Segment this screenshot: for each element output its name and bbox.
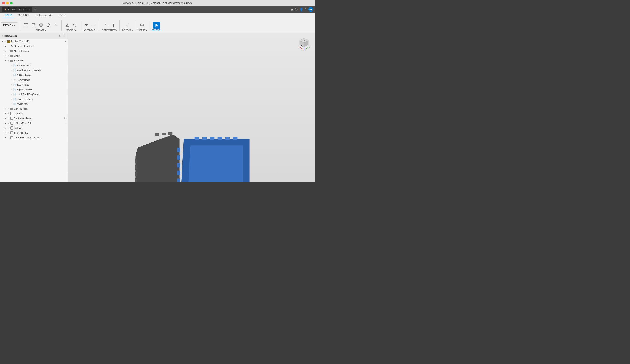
tree-item-origin[interactable]: ▶ ○ Origin	[0, 54, 68, 58]
construction-label: Construction	[14, 108, 67, 110]
create-label[interactable]: CREATE▾	[36, 29, 46, 32]
create-fx-button[interactable]: fx	[52, 22, 59, 29]
modify-fillet-button[interactable]	[71, 22, 78, 29]
tree-item-doc-settings[interactable]: ▶ ⚙ Document Settings	[0, 44, 68, 48]
svg-rect-53	[210, 137, 214, 140]
select-button[interactable]	[153, 22, 160, 29]
browser-settings-button[interactable]: ⚙	[58, 34, 62, 38]
modify-arrow-icon: ▾	[75, 29, 76, 32]
tree-item-sketches[interactable]: ▾ ◎ Sketches	[0, 58, 68, 63]
create-extrude-button[interactable]	[38, 22, 44, 29]
tab-close-button[interactable]: ×	[29, 8, 30, 11]
inspect-section: INSPECT▾	[120, 19, 134, 32]
assemble-label[interactable]: ASSEMBLE▾	[84, 29, 97, 32]
svg-rect-38	[135, 172, 137, 176]
add-tab-icon[interactable]: ⊕	[291, 8, 293, 11]
construction-arrow-icon: ▶	[4, 107, 7, 110]
tree-item-construction[interactable]: ▶ ○ Construction	[0, 106, 68, 111]
construct-axis-button[interactable]	[110, 22, 117, 29]
tab-sheet-metal[interactable]: SHEET METAL	[33, 13, 55, 18]
assemble-motion-button[interactable]	[90, 22, 97, 29]
svg-point-25	[64, 117, 66, 119]
browser-more-button[interactable]: ⋮	[62, 34, 66, 38]
assemble-arrow-icon: ▾	[96, 29, 97, 32]
left-leg-mirror-label: leftLeg(Mirror):1	[14, 122, 64, 124]
sync-icon[interactable]: ↻	[295, 8, 298, 11]
design-dropdown-button[interactable]: DESIGN ▾	[1, 22, 18, 28]
inspect-measure-button[interactable]	[124, 22, 131, 29]
toolbar-divider-2	[62, 20, 62, 31]
svg-rect-42	[168, 132, 172, 134]
tree-item-left-leg[interactable]: ▶ ◎ leftLeg:1	[0, 111, 68, 116]
inspect-label[interactable]: INSPECT▾	[122, 29, 133, 32]
user-avatar[interactable]: AE	[308, 7, 313, 12]
account-icon[interactable]: 👤	[300, 8, 303, 11]
create-sketch-button[interactable]	[30, 22, 37, 29]
tree-item-comfy-dog-sketch[interactable]: ○ 📄 comfyBackDogBones	[0, 92, 68, 97]
browser-collapse-icon[interactable]: ◀	[2, 34, 4, 37]
modify-press-pull-button[interactable]	[64, 22, 71, 29]
toolbar-tab-nav: SOLID SURFACE SHEET METAL TOOLS	[0, 13, 315, 18]
minimize-window-button[interactable]	[6, 2, 9, 4]
svg-point-6	[40, 24, 42, 25]
comfy-back-sketch-label: Comfy Back	[16, 78, 67, 81]
2a3da-tabs-sketch-label: 2a3da tabs	[16, 102, 67, 105]
tree-item-legs-dog-sketch[interactable]: ○ 📄 legsDogBones	[0, 87, 68, 92]
tree-item-root[interactable]: ▾ ◎ Rocket Chair v11 ✦	[0, 39, 68, 44]
sketches-arrow-icon: ▾	[4, 59, 7, 62]
create-section: fx CREATE▾	[21, 19, 60, 32]
tree-item-left-leg-mirror[interactable]: ▶ ◎ leftLeg(Mirror):1 ···	[0, 121, 68, 126]
doc-settings-label: Document Settings	[14, 45, 67, 48]
svg-rect-27	[10, 127, 13, 129]
tree-item-comfy-back-1[interactable]: ▶ ○ comfyBack:1	[0, 130, 68, 135]
svg-rect-39	[135, 178, 137, 182]
document-tab[interactable]: 🪑 Rocket Chair v11* ×	[2, 6, 32, 12]
sketches-label: Sketches	[14, 59, 67, 62]
tab-tools[interactable]: TOOLS	[55, 13, 70, 18]
root-status-icon: ✦	[65, 40, 67, 43]
select-label[interactable]: SELECT▾	[152, 29, 162, 32]
viewport[interactable]: X Y Z Top	[68, 33, 315, 182]
construct-plane-button[interactable]	[102, 22, 110, 29]
svg-rect-60	[177, 170, 180, 175]
tree-item-front-lower-face-mirror[interactable]: ▶ ○ frontLowerFace(Mirror):1	[0, 135, 68, 140]
svg-point-7	[47, 24, 50, 27]
left-leg-label: leftLeg:1	[14, 112, 67, 115]
root-vis-icon[interactable]: ◎	[4, 40, 7, 43]
tree-item-2a3da-tabs-sketch[interactable]: ○ 📄 2a3da tabs	[0, 102, 68, 106]
traffic-lights	[2, 2, 13, 4]
create-new-component-button[interactable]	[22, 22, 30, 29]
modify-label[interactable]: MODIFY▾	[66, 29, 76, 32]
insert-label[interactable]: INSERT▾	[138, 29, 147, 32]
insert-image-button[interactable]	[139, 22, 146, 29]
tree-item-2a3da-sketch[interactable]: ○ 📄 2a3da sketch	[0, 72, 68, 78]
close-window-button[interactable]	[2, 2, 5, 4]
svg-rect-55	[225, 137, 230, 140]
tree-item-front-lower-sketch[interactable]: ○ 📄 front lower face sketch	[0, 68, 68, 72]
view-cube[interactable]: X Y Z Top	[295, 35, 313, 52]
tree-item-2a3da-1[interactable]: ▶ ○ 2a3da:1	[0, 126, 68, 130]
tree-item-left-leg-sketch[interactable]: ○ 📄 left leg sketch	[0, 63, 68, 68]
assemble-joint-button[interactable]	[83, 22, 90, 29]
tree-item-named-views[interactable]: ▶ Named Views	[0, 48, 68, 54]
tree-item-front-lower-face[interactable]: ▶ ○ frontLowerFace:1	[0, 116, 68, 121]
toolbar-divider-4	[100, 20, 100, 31]
tab-solid[interactable]: SOLID	[2, 13, 15, 18]
help-icon[interactable]: ?	[305, 8, 307, 11]
assemble-section: ASSEMBLE▾	[82, 19, 99, 32]
tab-bar: 🪑 Rocket Chair v11* × + ⊕ ↻ 👤 ? AE	[0, 6, 315, 13]
browser-header: ◀ BROWSER ⚙ ⋮	[0, 33, 68, 39]
tree-item-lower-front-sketch[interactable]: ○ 📄 lowerFrontTabs	[0, 97, 68, 102]
tab-surface[interactable]: SURFACE	[15, 13, 33, 18]
svg-rect-57	[177, 148, 180, 152]
tree-item-back-tabs-sketch[interactable]: ○ 📄 BACK_tabs	[0, 82, 68, 87]
root-label: Rocket Chair v11	[11, 40, 64, 43]
new-tab-button[interactable]: +	[33, 8, 38, 12]
maximize-window-button[interactable]	[10, 2, 13, 4]
create-revolve-button[interactable]	[45, 22, 52, 29]
viewport-3d-scene	[68, 33, 315, 182]
svg-rect-36	[135, 158, 137, 163]
front-lower-face-label: frontLowerFace:1	[14, 117, 63, 120]
construct-label[interactable]: CONSTRUCT▾	[102, 29, 117, 32]
tree-item-comfy-back-sketch[interactable]: ○ ⊠ Comfy Back	[0, 78, 68, 82]
